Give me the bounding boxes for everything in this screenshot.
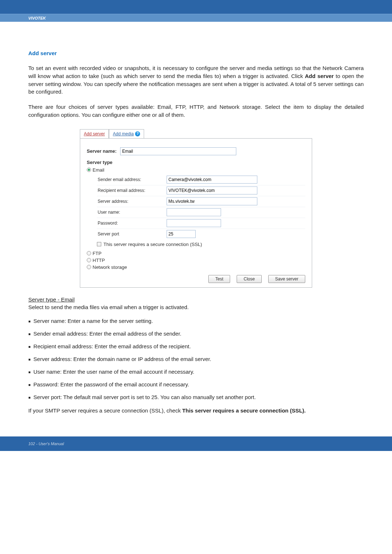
top-bar (0, 0, 392, 14)
list-item: Server name: Enter a name for the server… (28, 318, 364, 324)
brand-bar: VIVOTEK (0, 14, 392, 22)
bullet-text: Server name: Enter a name for the server… (33, 318, 153, 324)
intro-paragraph-2: There are four choices of server types a… (28, 103, 364, 119)
tab-add-media-label: Add media (113, 131, 134, 136)
sender-input[interactable] (167, 176, 257, 184)
intro-bold: Add server (305, 73, 334, 79)
username-label: User name: (97, 210, 167, 215)
server-port-input[interactable] (167, 230, 196, 238)
list-item: Server address: Enter the domain name or… (28, 356, 364, 362)
list-item: Server port: The default mail server por… (28, 394, 364, 400)
bullet-text: Recipient email address: Enter the email… (33, 343, 191, 349)
server-address-input[interactable] (167, 197, 257, 205)
bullet-text: User name: Enter the user name of the em… (33, 369, 194, 375)
server-address-label: Server address: (97, 199, 167, 204)
server-port-label: Server port (97, 231, 167, 237)
tab-add-server[interactable]: Add server (80, 129, 109, 138)
test-button[interactable]: Test (208, 275, 230, 283)
brand-label: VIVOTEK (28, 16, 46, 20)
list-item: User name: Enter the user name of the em… (28, 369, 364, 375)
info-icon[interactable]: ? (135, 131, 140, 136)
radio-http[interactable] (87, 258, 91, 262)
password-label: Password: (97, 221, 167, 226)
tab-add-media[interactable]: Add media ? (109, 129, 144, 138)
intro-paragraph-1: To set an event with recorded video or s… (28, 64, 364, 96)
server-type-text: Select to send the media files via email… (28, 303, 364, 311)
radio-network-storage-label: Network storage (93, 264, 127, 270)
bullet-text: Server port: The default mail server por… (33, 394, 256, 400)
server-dialog: Add server Add media ? Server name: Serv… (80, 129, 312, 288)
bullet-text: Password: Enter the password of the emai… (33, 381, 189, 387)
recipient-label: Recipient email address: (97, 188, 167, 193)
server-name-input[interactable] (120, 147, 236, 155)
ssl-note-b: This server requires a secure connection… (182, 407, 306, 414)
list-item: Sender email address: Enter the email ad… (28, 331, 364, 337)
bullet-text: Sender email address: Enter the email ad… (33, 331, 181, 337)
sender-label: Sender email address: (97, 177, 167, 182)
list-item: Password: Enter the password of the emai… (28, 381, 364, 387)
save-server-button[interactable]: Save server (268, 275, 305, 283)
dialog-tabs: Add server Add media ? (80, 129, 312, 138)
ssl-note: If your SMTP server requires a secure co… (28, 407, 364, 415)
server-type-label: Server type (87, 160, 113, 165)
footer-label: 102 - User's Manual (0, 442, 392, 446)
ssl-checkbox-label: This server requires a secure connection… (103, 242, 202, 247)
server-type-heading: Server type - Email (28, 296, 364, 304)
radio-ftp[interactable] (87, 251, 91, 255)
ssl-note-a: If your SMTP server requires a secure co… (28, 407, 182, 414)
footer-bar: 102 - User's Manual (0, 436, 392, 451)
list-item: Recipient email address: Enter the email… (28, 343, 364, 349)
radio-email[interactable] (87, 168, 91, 172)
close-button[interactable]: Close (237, 275, 262, 283)
server-name-label: Server name: (87, 148, 117, 154)
bullet-list: Server name: Enter a name for the server… (28, 318, 364, 400)
bullet-text: Server address: Enter the domain name or… (33, 356, 211, 362)
radio-http-label: HTTP (93, 258, 105, 263)
recipient-input[interactable] (167, 186, 257, 194)
password-input[interactable] (167, 219, 221, 227)
section-title: Add server (28, 50, 364, 56)
ssl-checkbox[interactable] (97, 242, 101, 246)
radio-ftp-label: FTP (93, 251, 102, 256)
radio-network-storage[interactable] (87, 265, 91, 269)
email-form: Sender email address: Recipient email ad… (97, 174, 305, 239)
username-input[interactable] (167, 208, 221, 216)
radio-email-label: Email (93, 167, 105, 173)
